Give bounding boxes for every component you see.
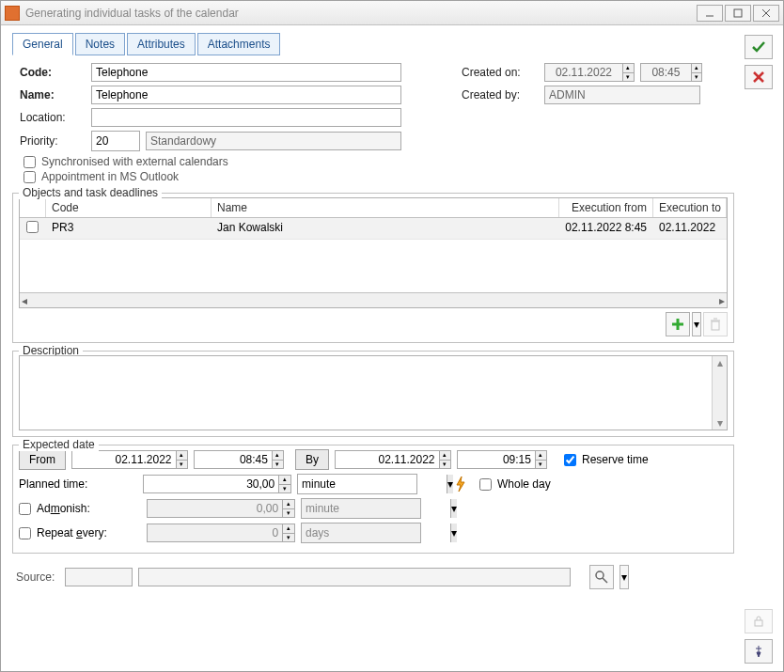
lock-button[interactable]: [745, 609, 773, 633]
admonish-input: ▴▾: [147, 499, 295, 518]
name-label: Name:: [20, 88, 86, 102]
svg-rect-1: [734, 9, 742, 17]
expected-legend: Expected date: [19, 438, 99, 451]
window: Generating individual tasks of the calen…: [0, 0, 784, 672]
grid-hscroll[interactable]: ◂▸: [20, 292, 727, 307]
by-time-input[interactable]: ▴▾: [457, 450, 547, 469]
add-button[interactable]: [666, 312, 690, 336]
row-checkbox[interactable]: [26, 221, 39, 233]
outlook-checkbox[interactable]: Appointment in MS Outlook: [24, 170, 424, 183]
delete-button[interactable]: [703, 312, 728, 336]
code-input[interactable]: [91, 63, 401, 82]
search-dropdown[interactable]: ▾: [619, 565, 629, 589]
cancel-button[interactable]: [745, 65, 773, 89]
svg-rect-13: [755, 620, 762, 626]
by-date-input[interactable]: ▴▾: [335, 450, 451, 469]
code-label: Code:: [20, 66, 86, 79]
app-icon: [5, 6, 20, 21]
priority-desc: [146, 132, 401, 150]
repeat-input: ▴▾: [147, 524, 295, 542]
add-dropdown[interactable]: ▾: [692, 312, 701, 336]
location-label: Location:: [20, 111, 86, 124]
location-input[interactable]: [91, 108, 401, 127]
chevron-down-icon: ▾: [450, 499, 457, 518]
minimize-button[interactable]: [697, 5, 723, 22]
chevron-down-icon: ▾: [450, 524, 457, 542]
objects-fieldset: Objects and task deadlines Code Name Exe…: [12, 193, 734, 343]
created-by-label: Created by:: [462, 88, 539, 102]
from-date-input[interactable]: ▴▾: [71, 450, 188, 469]
created-on-date: ▴▾: [544, 63, 635, 82]
repeat-checkbox[interactable]: Repeat every:: [19, 526, 141, 539]
close-button[interactable]: [753, 5, 779, 22]
maximize-button[interactable]: [725, 5, 751, 22]
created-by-value: [544, 86, 700, 104]
priority-label: Priority:: [20, 134, 86, 148]
svg-line-10: [603, 578, 607, 583]
whole-day-checkbox[interactable]: Whole day: [479, 477, 551, 491]
from-time-input[interactable]: ▴▾: [194, 450, 284, 469]
priority-combo[interactable]: ▾: [91, 131, 140, 151]
table-row[interactable]: PR3 Jan Kowalski 02.11.2022 8:45 02.11.2…: [20, 218, 727, 240]
description-fieldset: Description ▴▾: [12, 351, 734, 437]
planned-time-input[interactable]: ▴▾: [143, 475, 291, 493]
by-button[interactable]: By: [295, 449, 329, 470]
name-input[interactable]: [91, 86, 401, 104]
reserve-time-checkbox[interactable]: Reserve time: [564, 453, 649, 466]
window-title: Generating individual tasks of the calen…: [25, 7, 239, 20]
grid-header: Code Name Execution from Execution to: [20, 198, 727, 218]
planned-unit-combo[interactable]: ▾: [297, 474, 417, 494]
tab-notes[interactable]: Notes: [75, 33, 125, 55]
search-button[interactable]: [589, 565, 614, 589]
admonish-unit-combo: ▾: [301, 498, 421, 519]
description-textarea[interactable]: ▴▾: [19, 355, 728, 430]
tab-attributes[interactable]: Attributes: [127, 33, 196, 55]
pin-button[interactable]: [745, 639, 773, 664]
tab-attachments[interactable]: Attachments: [197, 33, 281, 55]
source-code-input: [65, 568, 133, 586]
objects-legend: Objects and task deadlines: [19, 186, 162, 199]
repeat-unit-combo: ▾: [301, 523, 421, 543]
svg-rect-6: [712, 321, 719, 330]
from-button[interactable]: From: [19, 449, 66, 470]
planned-time-label: Planned time:: [19, 477, 137, 491]
ok-button[interactable]: [745, 35, 773, 59]
created-on-label: Created on:: [462, 66, 539, 79]
sync-checkbox[interactable]: Synchronised with external calendars: [24, 155, 424, 168]
created-on-time: ▴▾: [640, 63, 702, 82]
svg-point-9: [596, 571, 604, 579]
tab-general[interactable]: General: [12, 33, 73, 55]
desc-vscroll[interactable]: ▴▾: [712, 356, 727, 430]
tab-bar: General Notes Attributes Attachments: [12, 33, 734, 55]
source-name-input: [138, 568, 571, 586]
lightning-icon[interactable]: [451, 475, 470, 493]
objects-grid[interactable]: Code Name Execution from Execution to PR…: [19, 197, 728, 308]
source-label: Source:: [16, 570, 59, 584]
admonish-checkbox[interactable]: Admonish:: [19, 502, 141, 515]
titlebar[interactable]: Generating individual tasks of the calen…: [1, 1, 783, 25]
expected-date-fieldset: Expected date From ▴▾ ▴▾ By ▴▾ ▴▾ Reserv…: [12, 445, 734, 554]
